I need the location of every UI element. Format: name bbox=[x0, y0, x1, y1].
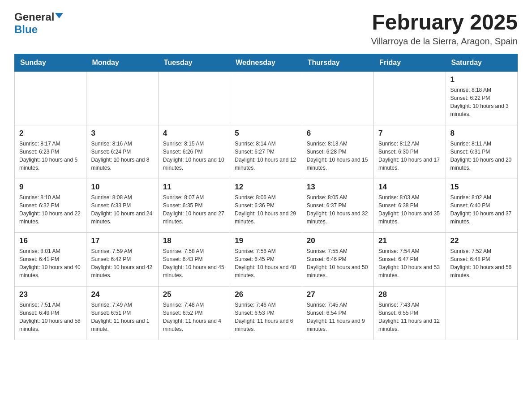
day-number: 13 bbox=[307, 183, 369, 192]
day-number: 21 bbox=[378, 236, 441, 245]
day-number: 8 bbox=[450, 129, 513, 138]
calendar-day-cell: 16Sunrise: 8:01 AMSunset: 6:41 PMDayligh… bbox=[15, 232, 86, 286]
calendar-day-cell bbox=[15, 71, 86, 125]
day-info: Sunrise: 8:07 AMSunset: 6:35 PMDaylight:… bbox=[163, 193, 225, 226]
day-info: Sunrise: 7:59 AMSunset: 6:42 PMDaylight:… bbox=[91, 247, 153, 279]
day-info: Sunrise: 8:03 AMSunset: 6:38 PMDaylight:… bbox=[378, 193, 441, 226]
calendar-table: Sunday Monday Tuesday Wednesday Thursday… bbox=[14, 54, 518, 340]
calendar-day-cell: 4Sunrise: 8:15 AMSunset: 6:26 PMDaylight… bbox=[158, 125, 230, 179]
day-info: Sunrise: 7:55 AMSunset: 6:46 PMDaylight:… bbox=[307, 247, 369, 279]
day-info: Sunrise: 7:52 AMSunset: 6:48 PMDaylight:… bbox=[450, 247, 513, 279]
day-number: 17 bbox=[91, 236, 153, 245]
day-info: Sunrise: 8:02 AMSunset: 6:40 PMDaylight:… bbox=[450, 193, 513, 226]
calendar-week-row: 2Sunrise: 8:17 AMSunset: 6:23 PMDaylight… bbox=[15, 125, 518, 179]
day-info: Sunrise: 8:17 AMSunset: 6:23 PMDaylight:… bbox=[19, 140, 82, 172]
day-info: Sunrise: 7:51 AMSunset: 6:49 PMDaylight:… bbox=[19, 301, 82, 333]
header-thursday: Thursday bbox=[302, 54, 373, 71]
calendar-day-cell bbox=[158, 71, 230, 125]
day-info: Sunrise: 7:54 AMSunset: 6:47 PMDaylight:… bbox=[378, 247, 441, 279]
day-number: 14 bbox=[378, 183, 441, 192]
day-number: 9 bbox=[19, 183, 82, 192]
calendar-day-cell: 13Sunrise: 8:05 AMSunset: 6:37 PMDayligh… bbox=[302, 179, 373, 232]
month-title: February 2025 bbox=[371, 11, 518, 34]
header-saturday: Saturday bbox=[446, 54, 517, 71]
day-info: Sunrise: 8:14 AMSunset: 6:27 PMDaylight:… bbox=[235, 140, 297, 172]
day-number: 3 bbox=[91, 129, 153, 138]
calendar-week-row: 16Sunrise: 8:01 AMSunset: 6:41 PMDayligh… bbox=[15, 232, 518, 286]
calendar-day-cell bbox=[374, 71, 446, 125]
day-info: Sunrise: 7:48 AMSunset: 6:52 PMDaylight:… bbox=[163, 301, 225, 333]
day-number: 25 bbox=[163, 290, 225, 299]
header-sunday: Sunday bbox=[15, 54, 86, 71]
day-info: Sunrise: 8:08 AMSunset: 6:33 PMDaylight:… bbox=[91, 193, 153, 226]
day-info: Sunrise: 8:13 AMSunset: 6:28 PMDaylight:… bbox=[307, 140, 369, 172]
day-number: 23 bbox=[19, 290, 82, 299]
calendar-day-cell: 28Sunrise: 7:43 AMSunset: 6:55 PMDayligh… bbox=[374, 286, 446, 340]
day-number: 27 bbox=[307, 290, 369, 299]
header-monday: Monday bbox=[86, 54, 158, 71]
day-number: 6 bbox=[307, 129, 369, 138]
calendar-day-cell: 15Sunrise: 8:02 AMSunset: 6:40 PMDayligh… bbox=[446, 179, 517, 232]
day-number: 10 bbox=[91, 183, 153, 192]
calendar-day-cell: 17Sunrise: 7:59 AMSunset: 6:42 PMDayligh… bbox=[86, 232, 158, 286]
calendar-week-row: 23Sunrise: 7:51 AMSunset: 6:49 PMDayligh… bbox=[15, 286, 518, 340]
calendar-day-cell: 2Sunrise: 8:17 AMSunset: 6:23 PMDaylight… bbox=[15, 125, 86, 179]
calendar-day-cell: 25Sunrise: 7:48 AMSunset: 6:52 PMDayligh… bbox=[158, 286, 230, 340]
day-info: Sunrise: 7:46 AMSunset: 6:53 PMDaylight:… bbox=[235, 301, 297, 333]
day-info: Sunrise: 8:18 AMSunset: 6:22 PMDaylight:… bbox=[450, 86, 513, 118]
day-info: Sunrise: 8:15 AMSunset: 6:26 PMDaylight:… bbox=[163, 140, 225, 172]
calendar-day-cell: 6Sunrise: 8:13 AMSunset: 6:28 PMDaylight… bbox=[302, 125, 373, 179]
day-number: 15 bbox=[450, 183, 513, 192]
header-tuesday: Tuesday bbox=[158, 54, 230, 71]
day-number: 11 bbox=[163, 183, 225, 192]
day-info: Sunrise: 8:10 AMSunset: 6:32 PMDaylight:… bbox=[19, 193, 82, 226]
logo-blue-text: Blue bbox=[14, 23, 38, 35]
header-friday: Friday bbox=[374, 54, 446, 71]
calendar-day-cell: 7Sunrise: 8:12 AMSunset: 6:30 PMDaylight… bbox=[374, 125, 446, 179]
calendar-day-cell: 26Sunrise: 7:46 AMSunset: 6:53 PMDayligh… bbox=[230, 286, 302, 340]
weekday-header-row: Sunday Monday Tuesday Wednesday Thursday… bbox=[15, 54, 518, 71]
calendar-day-cell: 14Sunrise: 8:03 AMSunset: 6:38 PMDayligh… bbox=[374, 179, 446, 232]
day-info: Sunrise: 8:16 AMSunset: 6:24 PMDaylight:… bbox=[91, 140, 153, 172]
calendar-day-cell bbox=[230, 71, 302, 125]
day-number: 1 bbox=[450, 75, 513, 84]
day-number: 26 bbox=[235, 290, 297, 299]
day-info: Sunrise: 8:06 AMSunset: 6:36 PMDaylight:… bbox=[235, 193, 297, 226]
day-info: Sunrise: 8:12 AMSunset: 6:30 PMDaylight:… bbox=[378, 140, 441, 172]
calendar-day-cell bbox=[302, 71, 373, 125]
calendar-day-cell: 8Sunrise: 8:11 AMSunset: 6:31 PMDaylight… bbox=[446, 125, 517, 179]
calendar-day-cell: 10Sunrise: 8:08 AMSunset: 6:33 PMDayligh… bbox=[86, 179, 158, 232]
calendar-day-cell: 19Sunrise: 7:56 AMSunset: 6:45 PMDayligh… bbox=[230, 232, 302, 286]
day-info: Sunrise: 8:01 AMSunset: 6:41 PMDaylight:… bbox=[19, 247, 82, 279]
calendar-day-cell: 12Sunrise: 8:06 AMSunset: 6:36 PMDayligh… bbox=[230, 179, 302, 232]
day-number: 7 bbox=[378, 129, 441, 138]
day-number: 12 bbox=[235, 183, 297, 192]
day-info: Sunrise: 7:49 AMSunset: 6:51 PMDaylight:… bbox=[91, 301, 153, 333]
svg-marker-0 bbox=[55, 13, 63, 18]
calendar-day-cell: 22Sunrise: 7:52 AMSunset: 6:48 PMDayligh… bbox=[446, 232, 517, 286]
calendar-day-cell bbox=[446, 286, 517, 340]
calendar-day-cell: 23Sunrise: 7:51 AMSunset: 6:49 PMDayligh… bbox=[15, 286, 86, 340]
day-number: 5 bbox=[235, 129, 297, 138]
calendar-day-cell: 24Sunrise: 7:49 AMSunset: 6:51 PMDayligh… bbox=[86, 286, 158, 340]
calendar-day-cell: 20Sunrise: 7:55 AMSunset: 6:46 PMDayligh… bbox=[302, 232, 373, 286]
calendar-week-row: 9Sunrise: 8:10 AMSunset: 6:32 PMDaylight… bbox=[15, 179, 518, 232]
location-title: Villarroya de la Sierra, Aragon, Spain bbox=[371, 36, 518, 47]
day-number: 2 bbox=[19, 129, 82, 138]
day-number: 20 bbox=[307, 236, 369, 245]
day-info: Sunrise: 8:05 AMSunset: 6:37 PMDaylight:… bbox=[307, 193, 369, 226]
calendar-day-cell: 11Sunrise: 8:07 AMSunset: 6:35 PMDayligh… bbox=[158, 179, 230, 232]
calendar-day-cell: 1Sunrise: 8:18 AMSunset: 6:22 PMDaylight… bbox=[446, 71, 517, 125]
calendar-week-row: 1Sunrise: 8:18 AMSunset: 6:22 PMDaylight… bbox=[15, 71, 518, 125]
calendar-day-cell: 3Sunrise: 8:16 AMSunset: 6:24 PMDaylight… bbox=[86, 125, 158, 179]
calendar-day-cell: 21Sunrise: 7:54 AMSunset: 6:47 PMDayligh… bbox=[374, 232, 446, 286]
day-number: 4 bbox=[163, 129, 225, 138]
day-number: 16 bbox=[19, 236, 82, 245]
day-number: 19 bbox=[235, 236, 297, 245]
logo-general-text: General bbox=[14, 11, 54, 23]
calendar-day-cell: 27Sunrise: 7:45 AMSunset: 6:54 PMDayligh… bbox=[302, 286, 373, 340]
page-header: General Blue February 2025 Villarroya de… bbox=[14, 11, 518, 47]
day-number: 28 bbox=[378, 290, 441, 299]
day-info: Sunrise: 7:56 AMSunset: 6:45 PMDaylight:… bbox=[235, 247, 297, 279]
title-block: February 2025 Villarroya de la Sierra, A… bbox=[371, 11, 518, 47]
